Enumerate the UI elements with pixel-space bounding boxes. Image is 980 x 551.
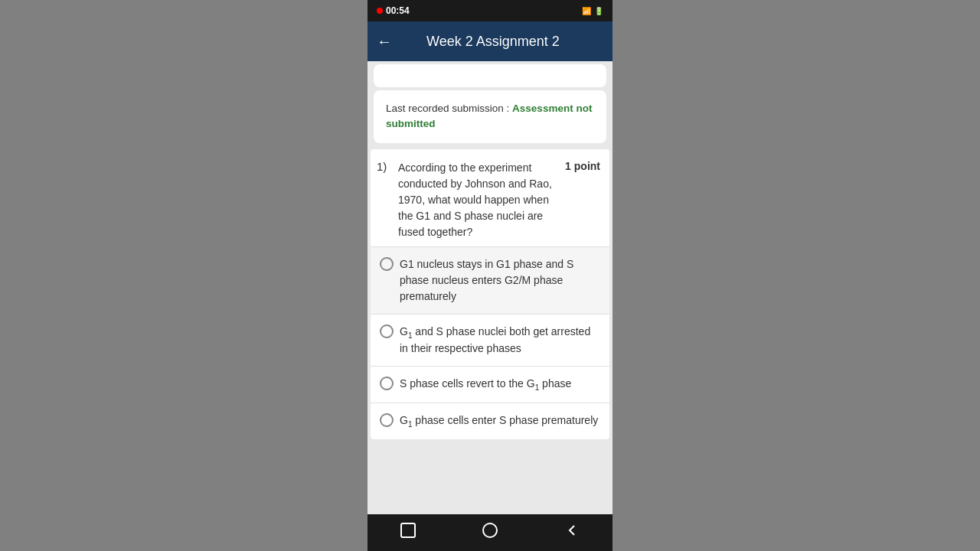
svg-rect-0: [401, 523, 415, 537]
time-display: 00:54: [386, 5, 410, 16]
status-right: 📶 🔋: [582, 7, 603, 15]
submission-card: Last recorded submission : Assessment no…: [374, 90, 606, 143]
option-d-text: G1 phase cells enter S phase prematurely: [400, 412, 598, 430]
page-title: Week 2 Assignment 2: [401, 34, 585, 50]
option-b-text: G1 and S phase nuclei both get arrested …: [400, 324, 600, 357]
radio-b[interactable]: [380, 324, 394, 338]
content-area[interactable]: Last recorded submission : Assessment no…: [368, 61, 612, 514]
question-points: 1 point: [565, 160, 600, 240]
wifi-icon: 📶: [582, 7, 591, 15]
question-body: According to the experiment conducted by…: [398, 160, 556, 240]
bottom-nav: [368, 514, 612, 551]
battery-icon: 🔋: [594, 7, 603, 15]
svg-point-1: [483, 523, 497, 537]
circle-button[interactable]: [475, 515, 505, 550]
phone-frame: 00:54 📶 🔋 ← Week 2 Assignment 2 Last rec…: [368, 0, 612, 551]
recording-dot: [377, 8, 383, 14]
radio-c[interactable]: [380, 377, 394, 390]
option-c[interactable]: S phase cells revert to the G1 phase: [371, 367, 609, 403]
back-nav-button[interactable]: [557, 515, 587, 550]
top-card: [374, 64, 606, 87]
question-container: 1) According to the experiment conducted…: [371, 149, 609, 439]
status-left: 00:54: [377, 5, 410, 16]
radio-a[interactable]: [380, 257, 394, 271]
question-header: 1) According to the experiment conducted…: [371, 149, 609, 246]
option-c-text: S phase cells revert to the G1 phase: [400, 376, 571, 393]
options-list: G1 nucleus stays in G1 phase and S phase…: [371, 246, 609, 439]
option-a[interactable]: G1 nucleus stays in G1 phase and S phase…: [371, 247, 609, 315]
status-bar: 00:54 📶 🔋: [368, 0, 612, 21]
submission-prefix: Last recorded submission :: [386, 103, 512, 114]
option-b[interactable]: G1 and S phase nuclei both get arrested …: [371, 315, 609, 367]
option-d[interactable]: G1 phase cells enter S phase prematurely: [371, 403, 609, 439]
question-number: 1): [377, 160, 395, 240]
option-a-text: G1 nucleus stays in G1 phase and S phase…: [400, 256, 600, 305]
header-bar: ← Week 2 Assignment 2: [368, 21, 612, 61]
question-text: According to the experiment conducted by…: [398, 161, 552, 238]
home-button[interactable]: [393, 515, 423, 550]
back-button[interactable]: ←: [377, 33, 392, 51]
radio-d[interactable]: [380, 413, 394, 427]
